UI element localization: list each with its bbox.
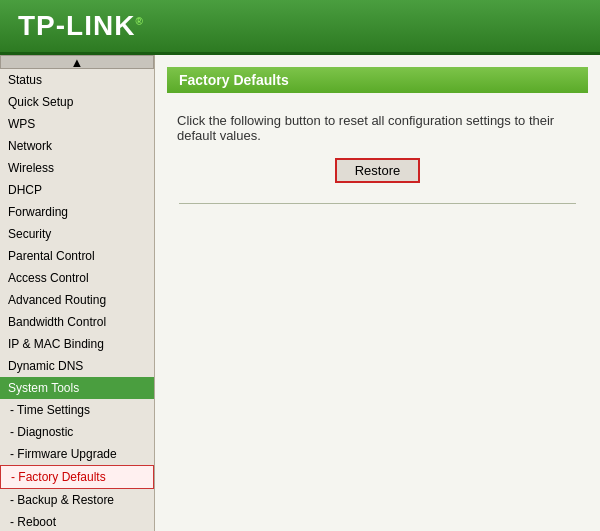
main-layout: ▲ StatusQuick SetupWPSNetworkWirelessDHC…: [0, 55, 600, 531]
description-text: Click the following button to reset all …: [167, 113, 588, 143]
sidebar-item[interactable]: Network: [0, 135, 154, 157]
sidebar-item[interactable]: Security: [0, 223, 154, 245]
sidebar-item[interactable]: - Time Settings: [0, 399, 154, 421]
sidebar-item[interactable]: Dynamic DNS: [0, 355, 154, 377]
sidebar-item[interactable]: Quick Setup: [0, 91, 154, 113]
sidebar-item[interactable]: Forwarding: [0, 201, 154, 223]
sidebar-item[interactable]: Parental Control: [0, 245, 154, 267]
sidebar-item[interactable]: - Factory Defaults: [0, 465, 154, 489]
sidebar-item[interactable]: Advanced Routing: [0, 289, 154, 311]
sidebar-scroll-up[interactable]: ▲: [0, 55, 154, 69]
sidebar-items: StatusQuick SetupWPSNetworkWirelessDHCPF…: [0, 69, 154, 531]
sidebar-item[interactable]: - Reboot: [0, 511, 154, 531]
sidebar-item[interactable]: System Tools: [0, 377, 154, 399]
sidebar-item[interactable]: - Diagnostic: [0, 421, 154, 443]
sidebar-item[interactable]: DHCP: [0, 179, 154, 201]
page-title-bar: Factory Defaults: [167, 67, 588, 93]
content-divider: [179, 203, 576, 204]
content-body: Click the following button to reset all …: [155, 93, 600, 224]
restore-button[interactable]: Restore: [335, 158, 421, 183]
content-area: Factory Defaults Click the following but…: [155, 55, 600, 531]
header: TP-LINK®: [0, 0, 600, 55]
sidebar-item[interactable]: Bandwidth Control: [0, 311, 154, 333]
logo-suffix: ®: [135, 16, 143, 27]
sidebar-item[interactable]: Wireless: [0, 157, 154, 179]
sidebar: ▲ StatusQuick SetupWPSNetworkWirelessDHC…: [0, 55, 155, 531]
sidebar-item[interactable]: - Backup & Restore: [0, 489, 154, 511]
restore-button-container: Restore: [167, 158, 588, 183]
page-title: Factory Defaults: [179, 72, 289, 88]
sidebar-item[interactable]: WPS: [0, 113, 154, 135]
logo: TP-LINK®: [18, 10, 144, 42]
sidebar-item[interactable]: - Firmware Upgrade: [0, 443, 154, 465]
sidebar-item[interactable]: Access Control: [0, 267, 154, 289]
sidebar-item[interactable]: Status: [0, 69, 154, 91]
sidebar-item[interactable]: IP & MAC Binding: [0, 333, 154, 355]
logo-text: TP-LINK: [18, 10, 135, 41]
